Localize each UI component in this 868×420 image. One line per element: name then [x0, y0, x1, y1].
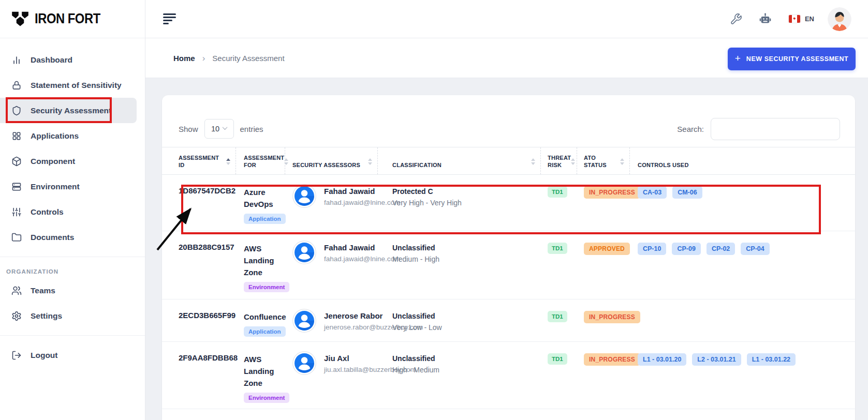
- assessment-id: 20BB288C9157: [179, 243, 234, 251]
- table-row[interactable]: 20BB288C9157 AWSLandingZone Environment …: [162, 231, 855, 299]
- type-badge: Environment: [244, 393, 289, 403]
- page-size-select[interactable]: 10: [204, 119, 234, 139]
- column-header-ato-status[interactable]: ATO STATUS: [577, 147, 630, 174]
- control-badge: CP-10: [638, 243, 666, 255]
- plus-icon: +: [735, 53, 741, 64]
- main-content: Show 10 entries Search: ASSESSMENT ID AS…: [145, 78, 868, 420]
- new-button-label: NEW SECURITY ASSESSMENT: [746, 55, 848, 63]
- hamburger-icon[interactable]: [163, 13, 176, 24]
- sidebar-item-label: Logout: [31, 351, 58, 360]
- classification-level: Unclassified: [392, 243, 541, 253]
- wrench-icon[interactable]: [730, 13, 742, 25]
- sidebar-item-applications[interactable]: Applications: [0, 123, 145, 148]
- control-badge: CP-04: [741, 243, 769, 255]
- breadcrumb-home[interactable]: Home: [173, 54, 195, 63]
- breadcrumb-current: Security Assessment: [212, 54, 284, 63]
- classification-cell: Protected C Very High - Very High: [378, 175, 541, 231]
- sidebar-item-label: Dashboard: [31, 55, 72, 65]
- assessment-for-name: Azure: [244, 186, 285, 198]
- classification-risk-range: High - Medium: [392, 364, 541, 376]
- sidebar-item-label: Teams: [31, 286, 55, 295]
- new-security-assessment-button[interactable]: + NEW SECURITY ASSESSMENT: [728, 48, 856, 70]
- language-label[interactable]: EN: [805, 15, 814, 23]
- divider: [0, 335, 145, 336]
- control-badge: L2 - 03.01.21: [692, 353, 741, 366]
- assessment-for-name: Landing: [244, 254, 285, 266]
- sidebar-item-settings[interactable]: Settings: [0, 303, 145, 328]
- security-assessor-cell: Jenerose Rabor jenerose.rabor@buzzerboy.…: [285, 299, 378, 341]
- users-icon: [11, 286, 22, 296]
- cube-icon: [11, 156, 22, 167]
- search-label: Search:: [677, 125, 704, 133]
- column-header-threat-risk[interactable]: THREAT RISK: [541, 147, 577, 174]
- sidebar-item-teams[interactable]: Teams: [0, 278, 145, 303]
- ato-status-badge: APPROVED: [584, 243, 630, 255]
- sidebar-item-label: Documents: [31, 233, 74, 242]
- person-avatar-icon: [292, 309, 316, 333]
- table-row[interactable]: 1D867547DCB2 AzureDevOps Application Fah…: [162, 175, 855, 231]
- canada-flag-icon[interactable]: [789, 15, 800, 23]
- breadcrumb: Home › Security Assessment: [173, 38, 285, 78]
- grid-icon: [11, 131, 22, 141]
- classification-risk-range: Medium - High: [392, 253, 541, 265]
- robot-icon[interactable]: [758, 12, 772, 26]
- control-badge: CM-06: [672, 186, 702, 199]
- controls-used-cell: L1 - 03.01.20L2 - 03.01.21L1 - 03.01.22: [630, 342, 855, 409]
- lock-icon: [11, 80, 22, 91]
- show-label: Show: [179, 125, 198, 133]
- column-header-classification[interactable]: CLASSIFICATION: [378, 147, 541, 174]
- control-badge: L1 - 03.01.22: [747, 353, 796, 366]
- control-badge: CP-09: [672, 243, 700, 255]
- sidebar-item-documents[interactable]: Documents: [0, 224, 145, 250]
- sidebar-section-organization: ORGANIZATION: [0, 257, 145, 278]
- brand-logo[interactable]: IRON FORT: [0, 0, 145, 38]
- sidebar-item-dashboard[interactable]: Dashboard: [0, 47, 145, 72]
- sort-icons: [531, 158, 535, 165]
- sidebar-item-label: Applications: [31, 131, 79, 141]
- classification-level: Protected C: [392, 186, 541, 197]
- sort-icons: [571, 158, 575, 165]
- sidebar-item-component[interactable]: Component: [0, 148, 145, 174]
- classification-risk-range: Very High - Very High: [392, 197, 541, 209]
- sidebar-item-label: Environment: [31, 182, 80, 191]
- classification-level: Unclassified: [392, 353, 541, 364]
- controls-used-cell: [630, 299, 855, 341]
- type-badge: Environment: [244, 282, 289, 292]
- sidebar-item-environment[interactable]: Environment: [0, 174, 145, 199]
- sort-icons: [226, 158, 230, 165]
- table-row[interactable]: 2F9AA8FDBB68 AWSLandingZone Environment …: [162, 342, 855, 409]
- table-row[interactable]: 2ECD3B665F99 Confluence Application Jene…: [162, 299, 855, 342]
- security-assessor-cell: Jiu Axl jiu.axl.tabilla@buzzerboy.com: [285, 342, 378, 409]
- column-header-assessment-for[interactable]: ASSESSMENT FOR: [236, 147, 285, 174]
- security-assessor-cell: Fahad Jawaid fahad.jawaid@lnine.com: [285, 175, 378, 231]
- controls-used-cell: CA-03CM-06: [630, 175, 855, 231]
- sliders-icon: [11, 207, 22, 217]
- chevron-right-icon: ›: [202, 53, 205, 64]
- assessment-for-name: Zone: [244, 377, 285, 389]
- brand-name: IRON FORT: [35, 11, 100, 27]
- logout-icon: [11, 350, 22, 361]
- search-input[interactable]: [711, 118, 840, 140]
- control-badge: CA-03: [638, 186, 667, 199]
- threat-risk-badge: TD1: [548, 243, 567, 254]
- gear-icon: [11, 311, 22, 321]
- column-header-assessment-id[interactable]: ASSESSMENT ID: [162, 147, 236, 174]
- sidebar-item-controls[interactable]: Controls: [0, 199, 145, 224]
- user-avatar[interactable]: [828, 7, 851, 31]
- shield-icon: [11, 106, 22, 116]
- threat-risk-badge: TD1: [548, 186, 567, 198]
- entries-label: entries: [240, 125, 263, 133]
- assessment-for-cell: AzureDevOps Application: [236, 175, 285, 231]
- sidebar-item-label: Statement of Sensitivity: [31, 81, 122, 90]
- sidebar-item-security-assessment[interactable]: Security Assessment: [0, 98, 137, 123]
- person-avatar-icon: [292, 351, 316, 375]
- classification-cell: Unclassified Very Low - Low: [378, 299, 541, 341]
- sidebar-item-statement-of-sensitivity[interactable]: Statement of Sensitivity: [0, 72, 145, 98]
- column-header-security-assessors[interactable]: SECURITY ASSESSORS: [285, 147, 378, 174]
- sidebar-item-logout[interactable]: Logout: [0, 342, 145, 368]
- table-header: ASSESSMENT ID ASSESSMENT FOR SECURITY AS…: [162, 147, 855, 175]
- threat-risk-badge: TD1: [548, 311, 567, 322]
- control-badge: L1 - 03.01.20: [638, 353, 686, 366]
- sidebar-item-label: Controls: [31, 207, 64, 217]
- sort-icons: [620, 158, 624, 165]
